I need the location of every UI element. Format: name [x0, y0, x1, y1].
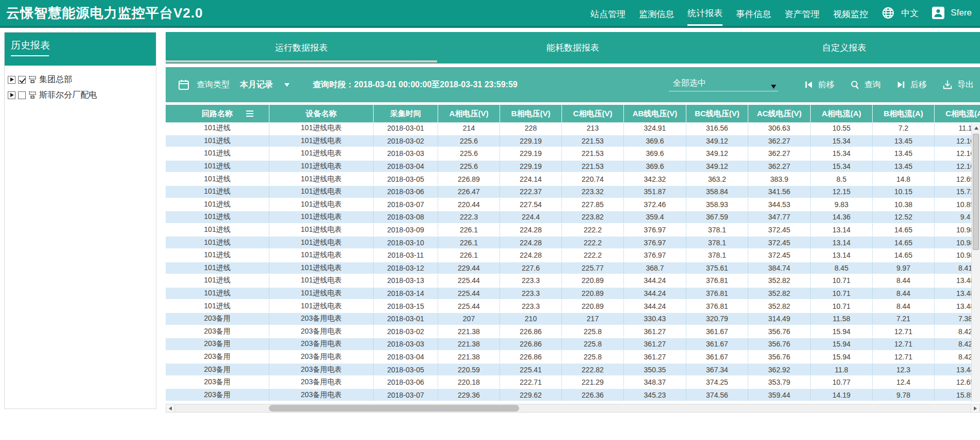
table-cell: 220.89	[562, 275, 624, 287]
column-header: C相电流(A)	[935, 105, 980, 122]
table-cell: 225.6	[438, 148, 500, 160]
next-button[interactable]: 后移	[896, 80, 927, 90]
calendar-icon	[178, 79, 189, 90]
table-cell: 11.58	[811, 313, 873, 325]
skip-forward-icon	[896, 80, 906, 89]
table-cell: 227.85	[562, 199, 624, 211]
table-cell: 101进线	[166, 173, 269, 185]
table-cell: 2018-03-02	[374, 135, 438, 147]
user-menu[interactable]: Sfere	[932, 7, 972, 19]
table-cell: 223.82	[562, 211, 624, 223]
table-row: 203备用203备用电表2018-03-05220.59225.41222.82…	[166, 364, 980, 376]
table-cell: 383.9	[748, 173, 811, 185]
tree-item-label[interactable]: 斯菲尔分厂配电	[39, 90, 97, 101]
horizontal-scrollbar[interactable]	[166, 404, 980, 413]
scroll-left-button[interactable]	[166, 404, 175, 412]
table-cell: 362.27	[748, 135, 811, 147]
table-cell: 352.82	[748, 288, 811, 300]
query-type-value[interactable]: 本月记录	[240, 80, 273, 90]
tab-0[interactable]: 运行数据报表	[166, 32, 437, 64]
expand-arrow-icon[interactable]	[8, 76, 15, 84]
tree-item[interactable]: 集团总部	[8, 72, 153, 87]
query-type-caret-icon[interactable]	[284, 83, 290, 87]
table-cell: 10.77	[811, 376, 873, 388]
table-cell: 225.6	[438, 135, 500, 147]
vertical-scrollbar-thumb[interactable]	[973, 134, 979, 250]
nav-item-4[interactable]: 资产管理	[784, 1, 820, 25]
table-cell: 362.92	[748, 364, 811, 375]
prev-button-label: 前移	[818, 80, 834, 90]
table-cell: 376.81	[686, 275, 748, 287]
table-cell: 224.28	[500, 237, 562, 248]
device-tree: 集团总部 斯菲尔分厂配电	[5, 66, 156, 109]
table-cell: 10.38	[873, 199, 935, 211]
nav-item-3[interactable]: 事件信息	[736, 1, 771, 25]
table-cell: 10.71	[811, 275, 873, 287]
table-cell: 229.19	[500, 148, 562, 160]
table-cell: 367.34	[686, 364, 748, 375]
scroll-up-button[interactable]	[972, 123, 980, 132]
table-cell: 225.8	[562, 326, 624, 338]
table-row: 101进线101进线电表2018-03-09226.1224.28222.237…	[166, 224, 980, 237]
table-cell: 207	[438, 313, 500, 325]
export-button[interactable]: 导出	[942, 80, 974, 90]
arrow-right-icon	[974, 406, 977, 411]
tree-item-label[interactable]: 集团总部	[39, 74, 72, 85]
table-cell: 203备用	[166, 338, 269, 350]
table-body: 101进线101进线电表2018-03-01214228213324.91316…	[166, 122, 980, 402]
tree-item[interactable]: 斯菲尔分厂配电	[8, 87, 153, 103]
table-cell: 101进线	[166, 122, 269, 134]
table-cell: 361.27	[624, 351, 686, 363]
expand-arrow-icon[interactable]	[8, 91, 15, 99]
select-all-dropdown[interactable]: 全部选中	[669, 78, 778, 91]
table-cell: 203备用电表	[269, 326, 374, 338]
table-cell: 225.44	[438, 288, 500, 300]
table-cell: 101进线	[166, 199, 269, 211]
table-cell: 306.63	[748, 122, 811, 134]
language-label[interactable]: 中文	[901, 7, 919, 19]
table-cell: 351.87	[624, 186, 686, 198]
tab-1[interactable]: 能耗数据报表	[437, 32, 709, 64]
nav-item-2[interactable]: 统计报表	[687, 0, 722, 26]
scroll-right-button[interactable]	[971, 404, 979, 412]
nav-item-0[interactable]: 站点管理	[590, 1, 625, 25]
org-node-icon	[28, 75, 37, 84]
table-cell: 101进线电表	[269, 300, 374, 312]
table-cell: 378.1	[686, 237, 748, 248]
search-button[interactable]: 查询	[850, 80, 881, 90]
table-cell: 101进线	[166, 224, 269, 236]
column-menu-icon[interactable]	[246, 113, 253, 114]
language-switcher[interactable]: 中文	[881, 6, 919, 20]
table-cell: 372.45	[748, 249, 811, 261]
table-cell: 356.76	[748, 338, 811, 350]
prev-button[interactable]: 前移	[804, 80, 834, 90]
table-cell: 13.45	[873, 161, 935, 172]
table-cell: 226.1	[438, 224, 500, 236]
nav-item-5[interactable]: 视频监控	[833, 1, 868, 25]
table-cell: 225.77	[562, 262, 624, 274]
tab-2[interactable]: 自定义报表	[709, 32, 980, 64]
table-cell: 220.18	[438, 376, 500, 388]
table-cell: 101进线电表	[269, 186, 374, 198]
query-period-label: 查询时段：	[313, 80, 354, 89]
tree-checkbox[interactable]	[18, 91, 26, 99]
vertical-scrollbar[interactable]	[971, 123, 980, 402]
table-cell: 13.14	[811, 249, 873, 261]
table-cell: 224.14	[500, 173, 562, 185]
table-cell: 15.34	[811, 135, 873, 147]
table-cell: 222.82	[562, 364, 624, 375]
table-cell: 221.38	[438, 351, 500, 363]
table-cell: 350.35	[624, 364, 686, 375]
export-icon	[942, 80, 953, 90]
nav-item-1[interactable]: 监测信息	[639, 1, 674, 25]
table-cell: 101进线电表	[269, 288, 374, 300]
table-cell: 372.45	[748, 224, 811, 236]
table-cell: 10.55	[811, 122, 873, 134]
table-cell: 225.44	[438, 300, 500, 312]
username-label[interactable]: Sfere	[951, 8, 972, 18]
horizontal-scrollbar-thumb[interactable]	[269, 405, 519, 412]
table-cell: 362.27	[748, 148, 811, 160]
tree-checkbox[interactable]	[18, 76, 26, 84]
table-cell: 214	[438, 122, 500, 134]
table-cell: 229.36	[438, 389, 500, 401]
